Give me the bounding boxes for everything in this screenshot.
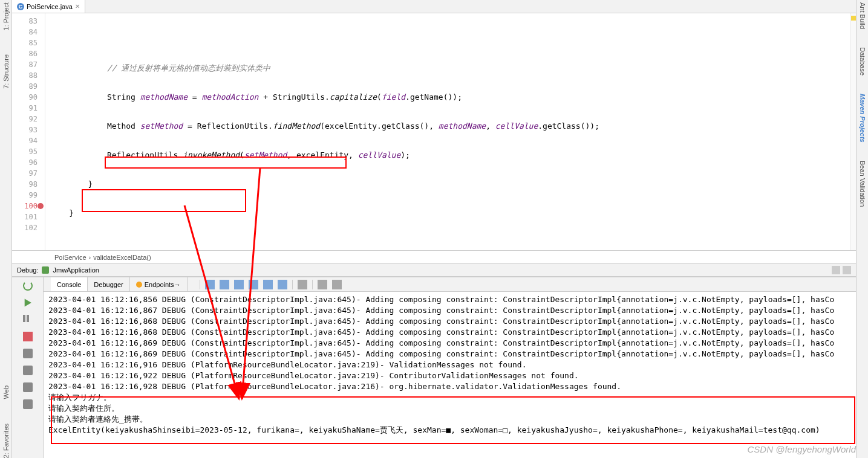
step-over-icon[interactable] <box>205 280 215 289</box>
watermark: CSDN @fengyehongWorld <box>748 444 856 454</box>
debug-controls <box>12 277 44 458</box>
scrollbar-marker-area[interactable] <box>850 13 856 250</box>
debugger-tab[interactable]: Debugger <box>88 277 129 291</box>
console-output[interactable]: 2023-04-01 16:12:16,856 DEBUG (Constrain… <box>44 292 856 458</box>
view-breakpoints-icon[interactable] <box>23 349 33 358</box>
mute-breakpoints-icon[interactable] <box>23 366 33 375</box>
drop-frame-icon[interactable] <box>263 280 273 289</box>
settings-icon[interactable] <box>23 382 33 392</box>
minimize-icon[interactable] <box>832 266 840 274</box>
trace-icon[interactable] <box>318 280 327 289</box>
project-tool[interactable]: 1: Project <box>2 2 10 30</box>
step-into-icon[interactable] <box>220 280 229 289</box>
bean-validation-tool[interactable]: Bean Validation <box>859 161 866 207</box>
editor[interactable]: 8384858687888990919293949596979899100101… <box>12 13 856 250</box>
rerun-icon[interactable] <box>23 281 33 291</box>
debug-app-name[interactable]: JmwApplication <box>53 266 99 274</box>
debug-panel: Console Debugger Endpoints → <box>12 277 856 458</box>
stop-icon[interactable] <box>23 332 33 341</box>
ant-build-tool[interactable]: Ant Build <box>859 2 866 29</box>
left-tool-strip: 1: Project 7: Structure Web 2: Favorites <box>0 0 12 458</box>
debug-tabs: Console Debugger Endpoints → <box>44 277 856 292</box>
console-tab[interactable]: Console <box>51 277 88 291</box>
structure-tool[interactable]: 7: Structure <box>2 54 10 89</box>
more-icon[interactable] <box>332 280 342 289</box>
web-tool[interactable]: Web <box>2 385 10 399</box>
pin-icon[interactable] <box>23 399 33 409</box>
maven-tool[interactable]: Maven Projects <box>859 94 866 143</box>
favorites-tool[interactable]: 2: Favorites <box>2 424 10 458</box>
debug-header: Debug: JmwApplication <box>12 263 856 277</box>
force-step-into-icon[interactable] <box>234 280 244 289</box>
step-out-icon[interactable] <box>249 280 258 289</box>
breadcrumb[interactable]: PoiService › validateExcelData() <box>12 250 856 263</box>
java-class-icon: C <box>17 3 24 10</box>
settings-icon[interactable] <box>843 266 851 274</box>
bug-icon <box>42 266 49 274</box>
gutter[interactable]: 8384858687888990919293949596979899100101… <box>12 13 45 250</box>
endpoints-tab[interactable]: Endpoints → <box>130 277 188 291</box>
run-to-cursor-icon[interactable] <box>278 280 287 289</box>
code-area[interactable]: // 通过反射将单元格的值动态封装到实体类中 String methodName… <box>45 13 856 250</box>
editor-tabs: C PoiService.java ✕ <box>12 0 856 13</box>
file-tab[interactable]: C PoiService.java ✕ <box>12 0 85 13</box>
evaluate-icon[interactable] <box>298 280 307 289</box>
database-tool[interactable]: Database <box>859 47 866 76</box>
debug-label: Debug: <box>17 266 38 274</box>
pause-icon[interactable] <box>23 315 33 324</box>
close-tab-icon[interactable]: ✕ <box>75 3 80 10</box>
resume-icon[interactable] <box>23 298 33 308</box>
endpoints-icon <box>136 282 142 288</box>
file-tab-name: PoiService.java <box>27 3 73 10</box>
right-tool-strip: Ant Build Database Maven Projects Bean V… <box>856 0 868 458</box>
